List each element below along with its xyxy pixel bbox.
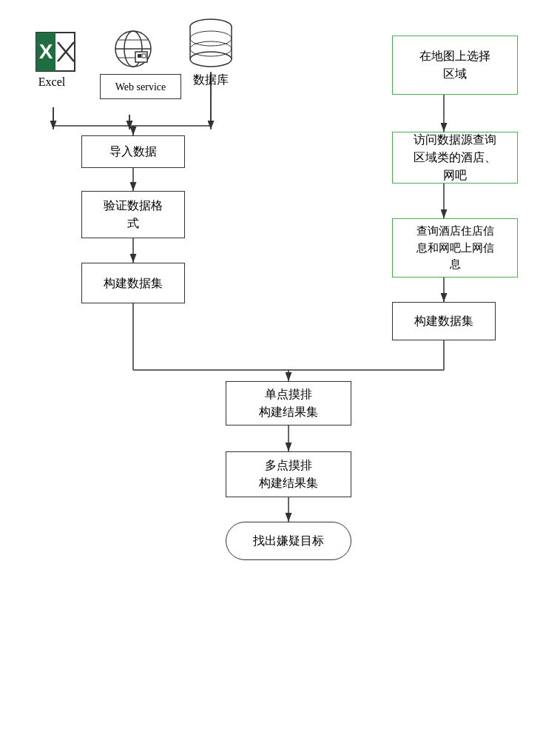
select-area-box: 在地图上选择区域 [392, 36, 518, 95]
single-match-box: 单点摸排构建结果集 [226, 381, 351, 426]
arrows-svg [0, 0, 560, 740]
db-label: 数据库 [186, 73, 235, 88]
webservice-label-box: Web service [100, 74, 181, 99]
multi-match-box: 多点摸排构建结果集 [226, 451, 351, 497]
build-dataset-right-box: 构建数据集 [392, 302, 496, 340]
find-suspect-box: 找出嫌疑目标 [226, 522, 351, 560]
webservice-icon [104, 30, 163, 68]
excel-label: Excel [26, 75, 78, 89]
build-dataset-left-box: 构建数据集 [81, 263, 185, 303]
flowchart-diagram: X Excel Web service [0, 0, 560, 740]
import-data-box: 导入数据 [81, 135, 185, 168]
svg-rect-31 [138, 54, 141, 58]
excel-icon: X [33, 30, 78, 74]
database-icon [186, 13, 235, 73]
verify-format-box: 验证数据格式 [81, 191, 185, 238]
svg-text:X: X [39, 40, 53, 63]
query-info-box: 查询酒店住店信息和网吧上网信息 [392, 218, 518, 278]
query-datasource-box: 访问数据源查询区域类的酒店、网吧 [392, 132, 518, 184]
